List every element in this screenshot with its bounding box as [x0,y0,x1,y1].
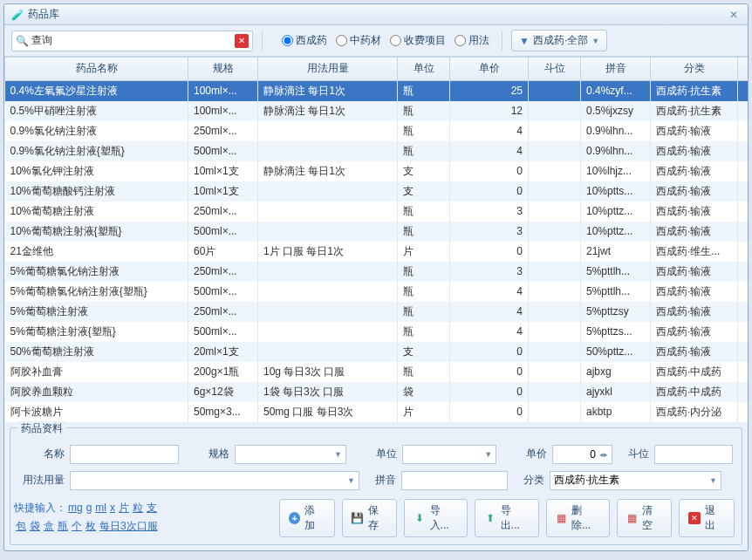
cell-py: 10%ptts... [581,181,651,201]
cell-spec: 10ml×1支 [188,161,258,181]
quick-link[interactable]: 枚 [85,520,96,532]
table-row[interactable]: 10%葡萄糖注射液250ml×...瓶310%pttz...西成药·输液 [5,201,749,222]
combo-spec[interactable]: ▼ [235,445,346,464]
table-row[interactable]: 21金维他60片1片 口服 每日1次片021jwt西成药·维生... [5,242,749,262]
cell-usage [258,181,398,201]
cell-price: 4 [450,141,529,161]
cell-dou [529,121,581,141]
drug-library-window: 🧪 药品库 ✕ 🔍 查询 ✕ 西成药 中药材 收费项目 用法 ▼ 西成药·全部 … [3,3,749,551]
quick-link[interactable]: g [86,502,92,514]
input-name[interactable] [70,445,179,464]
quick-link[interactable]: 个 [72,520,82,532]
add-button[interactable]: +添加 [279,499,335,537]
cell-usage: 50mg 口服 每日3次 [258,402,398,422]
col-name[interactable]: 药品名称 [5,58,188,80]
table-row[interactable]: 0.9%氯化钠注射液{塑瓶}500ml×...瓶40.9%lhn...西成药·输… [5,141,749,161]
col-spec[interactable]: 规格 [188,58,258,80]
quick-link[interactable]: mg [68,502,83,514]
filter-dropdown[interactable]: ▼ 西成药·全部 ▼ [511,30,607,51]
col-cat[interactable]: 分类 [651,58,738,80]
cell-spec: 6g×12袋 [188,382,258,402]
table-row[interactable]: 10%氯化钾注射液10ml×1支静脉滴注 每日1次支010%lhjz...西成药… [5,161,749,181]
quick-link[interactable]: 包 [16,520,26,532]
table-row[interactable]: 阿胶养血颗粒6g×12袋1袋 每日3次 口服袋0ajyxkl西成药·中成药 [5,382,749,402]
cell-unit: 袋 [398,382,450,402]
cell-usage [258,201,398,222]
spinner-price[interactable]: 0◂▸ [552,445,612,464]
cell-spec: 250ml×... [188,121,258,141]
cell-usage [258,222,398,242]
quick-link[interactable]: ml [95,502,106,514]
chevron-down-icon: ▼ [481,450,492,459]
quick-link[interactable]: x [110,502,115,514]
radio-herbal[interactable]: 中药材 [332,31,385,50]
table-row[interactable]: 5%葡萄糖注射液250ml×...瓶45%pttzsy西成药·输液 [5,302,749,322]
table-row[interactable]: 10%葡萄糖酸钙注射液10ml×1支支010%ptts...西成药·输液 [5,181,749,201]
radio-western[interactable]: 西成药 [278,31,331,50]
cell-unit: 瓶 [398,101,450,121]
cell-unit: 瓶 [398,262,450,282]
cell-py: 0.9%lhn... [581,141,651,161]
radio-usage[interactable]: 用法 [451,31,493,50]
col-dou[interactable]: 斗位 [529,58,581,80]
table-row[interactable]: 阿胶补血膏200g×1瓶10g 每日3次 口服瓶0ajbxg西成药·中成药 [5,362,749,382]
quick-link[interactable]: 片 [119,502,129,514]
cell-cat: 西成药·输液 [651,201,738,222]
clear-icon: ▦ [626,512,638,524]
table-row[interactable]: 0.5%甲硝唑注射液100ml×...静脉滴注 每日1次瓶120.5%jxzsy… [5,101,749,121]
search-input[interactable] [56,33,235,49]
cell-cat: 西成药·中成药 [651,362,738,382]
cell-unit: 瓶 [398,121,450,141]
close-icon[interactable]: ✕ [727,8,741,22]
cell-dou [529,181,581,201]
table-row[interactable]: 5%葡萄糖注射液{塑瓶}500ml×...瓶45%pttzs...西成药·输液 [5,322,749,342]
drug-table: 药品名称 规格 用法用量 单位 单价 斗位 拼音 分类 0.4%左氧氟沙星注射液… [4,57,748,422]
quick-link[interactable]: 瓶 [58,520,68,532]
export-button[interactable]: ⬆导出... [475,499,538,537]
cell-price: 0 [450,242,529,262]
quick-link[interactable]: 袋 [30,520,40,532]
cell-spec: 200g×1瓶 [188,362,258,382]
quick-link[interactable]: 每日3次口服 [99,520,158,532]
cell-price: 4 [450,282,529,302]
clear-button[interactable]: ▦清空 [617,499,673,537]
funnel-icon: ▼ [519,35,530,47]
cell-name: 5%葡萄糖氯化钠注射液{塑瓶} [5,282,188,302]
label-py: 拼音 [365,473,396,488]
toolbar: 🔍 查询 ✕ 西成药 中药材 收费项目 用法 ▼ 西成药·全部 ▼ [4,25,748,57]
table-row[interactable]: 0.4%左氧氟沙星注射液100ml×...静脉滴注 每日1次瓶250.4%zyf… [5,80,749,101]
cell-cat: 西成药·输液 [651,322,738,342]
table-row[interactable]: 阿卡波糖片50mg×3...50mg 口服 每日3次片0akbtp西成药·内分泌 [5,402,749,422]
import-button[interactable]: ⬇导入... [404,499,468,537]
cell-dou [529,161,581,181]
input-py[interactable] [401,471,508,490]
search-label: 查询 [31,33,52,48]
combo-usage[interactable]: ▼ [70,471,359,490]
delete-button[interactable]: ▦删除... [546,499,610,537]
col-py[interactable]: 拼音 [581,58,651,80]
quick-link[interactable]: 支 [147,502,157,514]
radio-fee[interactable]: 收费项目 [386,31,449,50]
cell-py: 10%lhjz... [581,161,651,181]
table-row[interactable]: 5%葡萄糖氯化钠注射液{塑瓶}500ml×...瓶45%pttlh...西成药·… [5,282,749,302]
input-dou[interactable] [654,445,733,464]
table-row[interactable]: 5%葡萄糖氯化钠注射液250ml×...瓶35%pttlh...西成药·输液 [5,262,749,282]
exit-button[interactable]: ✕退出 [679,499,735,537]
combo-unit[interactable]: ▼ [402,445,496,464]
clear-search-icon[interactable]: ✕ [235,34,249,48]
col-usage[interactable]: 用法用量 [258,58,398,80]
table-row[interactable]: 10%葡萄糖注射液{塑瓶}500ml×...瓶310%pttz...西成药·输液 [5,222,749,242]
quick-link[interactable]: 盒 [44,520,54,532]
col-price[interactable]: 单价 [450,58,529,80]
table-row[interactable]: 50%葡萄糖注射液20ml×1支支050%pttz...西成药·输液 [5,342,749,362]
cell-usage: 静脉滴注 每日1次 [258,80,398,101]
cell-spec: 500ml×... [188,141,258,161]
save-button[interactable]: 💾保存 [342,499,398,537]
combo-cat[interactable]: 西成药·抗生素▼ [550,471,721,490]
cell-py: 21jwt [581,242,651,262]
table-row[interactable]: 0.9%氯化钠注射液250ml×...瓶40.9%lhn...西成药·输液 [5,121,749,141]
search-box[interactable]: 🔍 查询 ✕ [11,31,253,51]
col-unit[interactable]: 单位 [398,58,450,80]
cell-dou [529,141,581,161]
quick-link[interactable]: 粒 [133,502,143,514]
